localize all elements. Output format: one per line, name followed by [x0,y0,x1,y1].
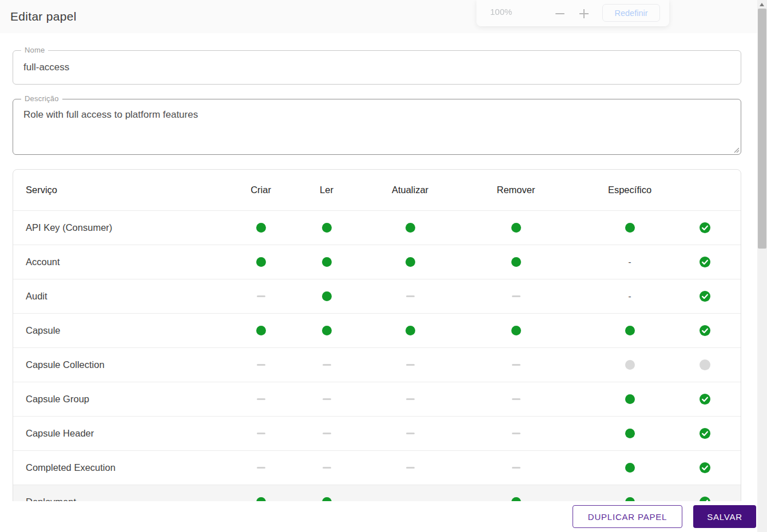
name-input[interactable]: Nome full-access [13,50,741,85]
permission-cell[interactable] [299,279,355,313]
permissions-table: ServiçoCriarLerAtualizarRemoverEspecífic… [13,169,741,519]
description-value: Role with full access to platform featur… [13,99,741,121]
scrollbar-thumb[interactable] [758,9,766,249]
permission-on-dot [256,326,266,335]
column-header-atualizar: Atualizar [355,185,466,195]
permission-cell[interactable] [466,211,566,245]
table-row: Capsule Collection [13,347,741,382]
zoom-reset-button[interactable]: Redefinir [602,4,660,22]
table-row: Capsule Header [13,416,741,450]
permission-cell[interactable] [693,211,716,245]
permission-cell[interactable] [355,211,466,245]
column-header-especifico: Específico [566,185,693,195]
table-row: API Key (Consumer) [13,210,741,245]
permission-cell[interactable] [466,451,566,485]
save-button[interactable]: SALVAR [693,505,756,528]
resize-handle[interactable] [733,146,740,153]
table-row: Capsule [13,313,741,347]
permission-cell[interactable] [223,451,299,485]
permission-cell[interactable] [693,348,716,382]
column-header-remover: Remover [466,185,566,195]
permission-cell[interactable] [693,245,716,279]
permission-cell[interactable] [566,417,693,450]
permission-cell[interactable]: - [566,279,693,313]
name-value: full-access [13,51,741,73]
permission-off-dash [257,433,265,434]
minus-icon [555,13,565,14]
permission-cell[interactable]: - [566,245,693,279]
permission-on-dot [625,326,635,335]
footer-action-bar: DUPLICAR PAPEL SALVAR [0,501,757,532]
row-enabled-check-icon [700,291,710,302]
permission-cell[interactable] [355,279,466,313]
permission-cell[interactable] [223,211,299,245]
permission-off-dash [257,467,265,469]
permission-cell[interactable] [566,211,693,245]
permission-cell[interactable] [299,451,355,485]
permission-cell[interactable] [223,314,299,347]
permission-cell[interactable] [693,279,716,313]
permission-cell[interactable] [299,417,355,450]
permission-cell[interactable] [566,348,693,382]
permission-cell[interactable] [566,314,693,347]
permission-cell[interactable] [355,245,466,279]
permission-cell[interactable] [355,314,466,347]
zoom-out-button[interactable] [553,7,567,21]
permission-cell[interactable] [466,279,566,313]
permission-cell[interactable] [693,314,716,347]
permission-off-dash [323,398,331,400]
permission-na-hyphen: - [629,292,631,301]
permission-cell[interactable] [693,417,716,450]
zoom-in-button[interactable] [577,7,591,21]
permission-cell[interactable] [466,417,566,450]
permission-cell[interactable] [299,245,355,279]
table-body: API Key (Consumer)Account-Audit-CapsuleC… [13,210,741,519]
duplicate-role-button[interactable]: DUPLICAR PAPEL [573,505,682,528]
permission-cell[interactable] [223,348,299,382]
permission-cell[interactable] [466,314,566,347]
permission-off-dash [512,433,520,434]
permission-disabled-dot [625,360,635,370]
permission-off-dash [257,398,265,400]
permission-cell[interactable] [223,279,299,313]
service-name: Capsule Collection [13,348,223,382]
scrollbar-up-arrow-icon[interactable] [760,3,764,6]
permission-cell[interactable] [466,382,566,416]
permission-cell[interactable] [223,417,299,450]
permission-on-dot [625,394,635,404]
permission-cell[interactable] [566,382,693,416]
permission-off-dash [323,364,331,366]
permission-cell[interactable] [299,348,355,382]
column-header-servico: Serviço [13,185,223,195]
permission-cell[interactable] [466,245,566,279]
description-label: Descrição [21,94,62,103]
table-row: Audit- [13,279,741,313]
permission-cell[interactable] [355,382,466,416]
permission-cell[interactable] [223,245,299,279]
permission-off-dash [406,295,415,297]
permission-cell[interactable] [299,314,355,347]
permission-off-dash [512,295,520,297]
permission-cell[interactable] [566,451,693,485]
permission-on-dot [625,463,635,473]
permission-on-dot [322,223,332,233]
permission-na-hyphen: - [629,258,631,266]
page-title: Editar papel [10,10,77,23]
permission-cell[interactable] [223,382,299,416]
permission-cell[interactable] [299,211,355,245]
row-enabled-check-icon [700,462,710,473]
permission-cell[interactable] [355,348,466,382]
permission-off-dash [406,364,415,366]
permission-cell[interactable] [299,382,355,416]
permission-cell[interactable] [693,382,716,416]
permission-cell[interactable] [466,348,566,382]
permission-cell[interactable] [355,451,466,485]
permission-off-dash [406,467,415,469]
permission-cell[interactable] [693,451,716,485]
service-name: Account [13,245,223,279]
permission-on-dot [256,257,266,267]
description-textarea[interactable]: Descrição Role with full access to platf… [13,99,741,155]
permission-on-dot [406,223,415,233]
permission-cell[interactable] [355,417,466,450]
vertical-scrollbar[interactable] [757,0,767,532]
